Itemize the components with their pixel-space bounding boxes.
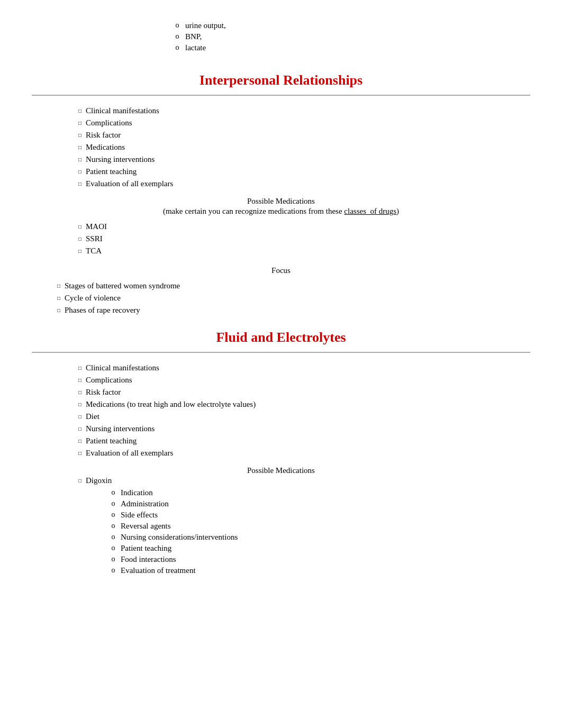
item-text: Nursing interventions [86,155,155,164]
item-text: Patient teaching [86,167,137,176]
o-bullet-icon: o [106,533,121,541]
list-item: □ Diet [74,412,530,421]
list-item: o Administration [106,499,530,508]
focus-item-text: Stages of battered women syndrome [65,281,180,290]
o-bullet-icon: o [106,522,121,530]
top-bullets-section: o urine output, o BNP, o lactate [169,21,530,52]
sub-item-text: Food interactions [121,555,176,564]
square-bullet-icon: □ [53,306,65,313]
item-text: Risk factor [86,388,121,397]
possible-meds-label-2: Possible Medications [32,466,530,475]
sub-item-text: Indication [121,488,153,497]
fluid-electrolytes-list: □ Clinical manifestations □ Complication… [74,363,530,458]
list-item: o lactate [169,43,530,52]
item-text: Clinical manifestations [86,363,159,372]
list-item: □ Phases of rape recovery [53,306,530,315]
list-item: o Patient teaching [106,544,530,553]
square-bullet-icon: □ [53,294,65,301]
digoxin-label: Digoxin [86,476,112,485]
o-bullet-icon: o [106,555,121,563]
square-bullet-icon: □ [74,222,86,230]
list-item: □ Patient teaching [74,167,530,176]
square-bullet-icon: □ [74,424,86,432]
square-bullet-icon: □ [74,167,86,175]
square-bullet-icon: □ [74,400,86,407]
square-bullet-icon: □ [74,247,86,254]
square-bullet-icon: □ [74,449,86,456]
list-item: □ Medications [74,143,530,152]
list-item: o Nursing considerations/interventions [106,533,530,542]
o-bullet-icon: o [106,488,121,497]
list-item: o Reversal agents [106,522,530,531]
list-item: □ Complications [74,376,530,385]
fluid-electrolytes-heading: Fluid and Electrolytes [32,325,530,350]
list-item: □ Nursing interventions [74,424,530,433]
underline-text: classes of drugs [344,207,396,215]
o-bullet-icon: o [106,544,121,552]
list-item: □ Patient teaching [74,436,530,445]
sub-item-text: Side effects [121,511,158,520]
sub-item-text: Administration [121,499,169,508]
square-bullet-icon: □ [74,436,86,444]
list-item: □ Clinical manifestations [74,106,530,115]
o-bullet-icon: o [169,32,185,41]
list-item: □ Nursing interventions [74,155,530,164]
list-item: □ Evaluation of all exemplars [74,449,530,458]
meds-list: □ MAOI □ SSRI □ TCA [74,222,530,256]
square-bullet-icon: □ [74,388,86,395]
item-text: Clinical manifestations [86,106,159,115]
square-bullet-icon: □ [74,143,86,150]
item-text: Complications [86,119,132,128]
item-text: Complications [86,376,132,385]
digoxin-section: □ Digoxin o Indication o Administration … [74,476,530,575]
square-bullet-icon: □ [74,412,86,420]
list-item: □ Stages of battered women syndrome [53,281,530,290]
possible-meds-label: Possible Medications [32,197,530,206]
meds-sub-label: (make certain you can recognize medicati… [32,207,530,216]
square-bullet-icon: □ [74,119,86,126]
list-item: o BNP, [169,32,530,41]
digoxin-row: □ Digoxin [74,476,530,485]
item-text: Patient teaching [86,436,137,445]
list-item: □ Risk factor [74,388,530,397]
square-bullet-icon: □ [74,476,86,484]
item-text: Evaluation of all exemplars [86,179,173,188]
section-divider-2 [32,352,530,353]
bullet-text: urine output, [185,21,226,30]
bullet-text: lactate [185,43,206,52]
item-text: Nursing interventions [86,424,155,433]
med-text: TCA [86,247,102,256]
list-item: □ Medications (to treat high and low ele… [74,400,530,409]
list-item: □ MAOI [74,222,530,231]
list-item: □ TCA [74,247,530,256]
sub-item-text: Evaluation of treatment [121,566,196,575]
sub-item-text: Reversal agents [121,522,171,531]
med-text: MAOI [86,222,107,231]
focus-item-text: Cycle of violence [65,294,121,303]
focus-item-text: Phases of rape recovery [65,306,140,315]
square-bullet-icon: □ [74,106,86,114]
focus-list: □ Stages of battered women syndrome □ Cy… [53,281,530,315]
bullet-text: BNP, [185,32,202,41]
list-item: □ Complications [74,119,530,128]
section-divider [32,95,530,96]
o-bullet-icon: o [169,21,185,30]
sub-item-text: Patient teaching [121,544,171,553]
square-bullet-icon: □ [74,179,86,187]
o-bullet-icon: o [169,43,185,52]
interpersonal-list: □ Clinical manifestations □ Complication… [74,106,530,188]
item-text: Diet [86,412,99,421]
list-item: o Side effects [106,511,530,520]
list-item: □ Cycle of violence [53,294,530,303]
o-bullet-icon: o [106,499,121,508]
item-text: Medications [86,143,125,152]
list-item: o Indication [106,488,530,497]
list-item: □ Clinical manifestations [74,363,530,372]
list-item: o urine output, [169,21,530,30]
square-bullet-icon: □ [74,131,86,138]
square-bullet-icon: □ [74,155,86,162]
page: o urine output, o BNP, o lactate Interpe… [0,11,562,588]
square-bullet-icon: □ [74,363,86,371]
sub-item-text: Nursing considerations/interventions [121,533,238,542]
list-item: □ Evaluation of all exemplars [74,179,530,188]
